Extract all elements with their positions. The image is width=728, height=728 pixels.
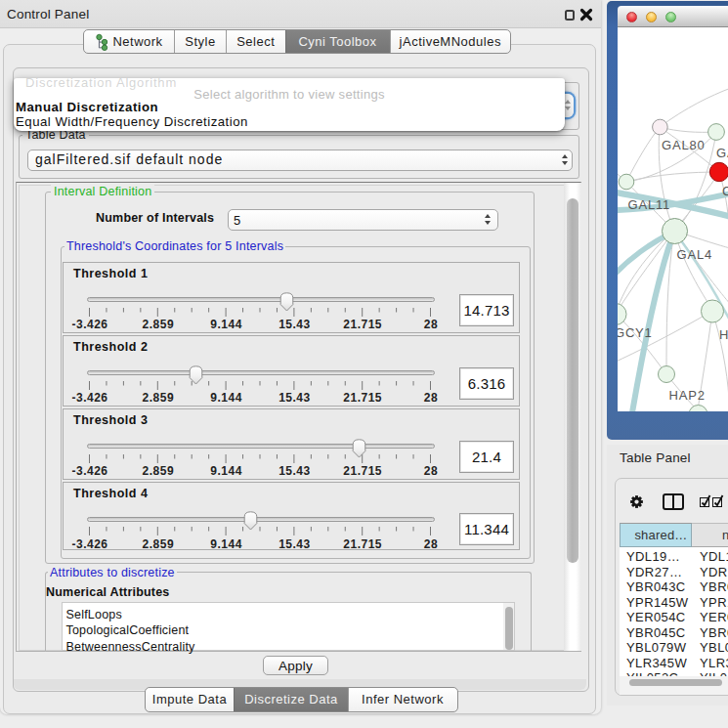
svg-text:GA: GA <box>716 146 728 160</box>
svg-text:CR: CR <box>722 184 728 198</box>
svg-text:HAP2: HAP2 <box>669 388 706 403</box>
svg-text:H: H <box>719 327 728 342</box>
svg-text:GCY1: GCY1 <box>618 325 653 340</box>
svg-text:GAL80: GAL80 <box>662 138 705 152</box>
svg-text:GAL11: GAL11 <box>628 197 671 212</box>
svg-text:GAL4: GAL4 <box>677 247 712 262</box>
